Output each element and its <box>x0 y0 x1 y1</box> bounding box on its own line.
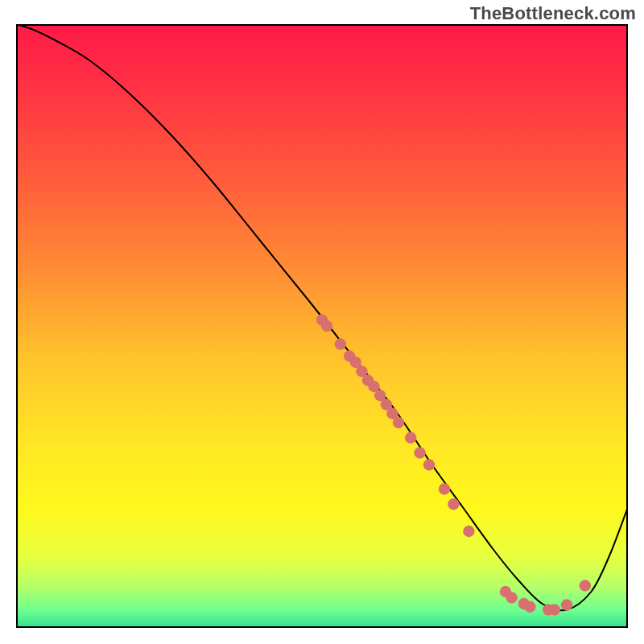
data-marker <box>463 526 474 537</box>
data-marker <box>549 604 560 615</box>
data-marker <box>393 417 404 428</box>
data-marker <box>506 592 517 603</box>
data-marker <box>439 483 450 494</box>
chart-container: TheBottleneck.com <box>0 0 644 644</box>
data-marker <box>335 338 346 349</box>
chart-svg <box>16 24 628 628</box>
data-marker <box>448 498 459 510</box>
data-marker <box>405 432 416 444</box>
plot-area <box>16 24 628 628</box>
data-marker <box>321 320 332 332</box>
data-marker <box>524 601 535 613</box>
data-markers <box>316 314 591 615</box>
data-marker <box>561 599 572 610</box>
watermark-text: TheBottleneck.com <box>470 3 636 24</box>
data-marker <box>423 459 435 470</box>
data-marker <box>580 580 591 591</box>
data-marker <box>414 447 425 458</box>
